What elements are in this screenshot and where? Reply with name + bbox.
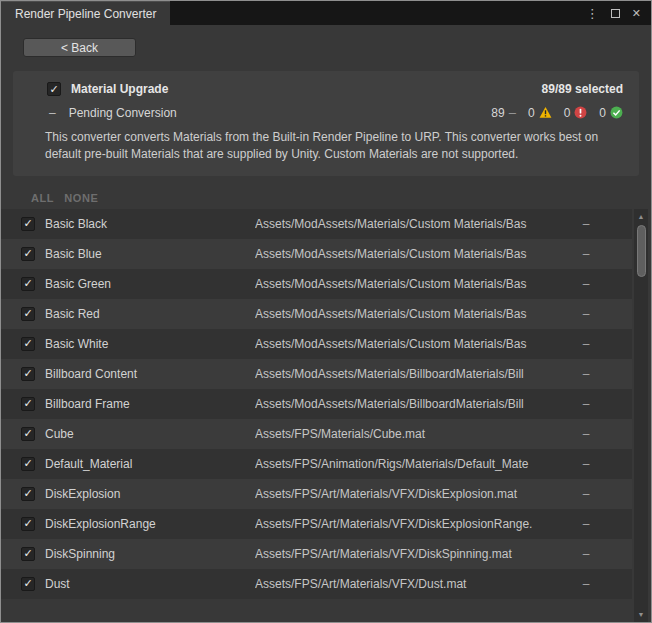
material-path: Assets/FPS/Materials/Cube.mat	[255, 427, 578, 441]
row-checkbox[interactable]: ✓	[21, 547, 35, 561]
scrollbar-thumb[interactable]	[637, 225, 646, 277]
window-content: < Back ✓ Material Upgrade 89/89 selected…	[1, 25, 651, 622]
material-name: Basic White	[45, 337, 255, 351]
row-status-icon: –	[578, 367, 594, 381]
success-icon	[610, 106, 623, 119]
maximize-icon[interactable]	[611, 9, 620, 18]
row-checkbox[interactable]: ✓	[21, 307, 35, 321]
titlebar: Render Pipeline Converter ⋮ ✕	[1, 1, 651, 25]
check-icon: ✓	[23, 218, 32, 229]
table-row[interactable]: ✓ Billboard Content Assets/ModAssets/Mat…	[1, 359, 632, 389]
material-name: Basic Black	[45, 217, 255, 231]
row-status-icon: –	[578, 277, 594, 291]
row-checkbox[interactable]: ✓	[21, 517, 35, 531]
material-name: DiskExplosionRange	[45, 517, 255, 531]
row-checkbox[interactable]: ✓	[21, 397, 35, 411]
row-status-icon: –	[578, 307, 594, 321]
table-row[interactable]: ✓ Basic White Assets/ModAssets/Materials…	[1, 329, 632, 359]
check-icon: ✓	[23, 338, 32, 349]
row-status-icon: –	[578, 397, 594, 411]
table-row[interactable]: ✓ DiskExplosion Assets/FPS/Art/Materials…	[1, 479, 632, 509]
window-menu-icon[interactable]: ⋮	[586, 6, 599, 21]
material-path: Assets/FPS/Art/Materials/VFX/Dust.mat	[255, 577, 578, 591]
row-status-icon: –	[578, 487, 594, 501]
table-row[interactable]: ✓ Basic Black Assets/ModAssets/Materials…	[1, 209, 632, 239]
table-row[interactable]: ✓ DiskExplosionRange Assets/FPS/Art/Mate…	[1, 509, 632, 539]
select-none-button[interactable]: NONE	[64, 192, 98, 204]
check-icon: ✓	[23, 278, 32, 289]
table-row[interactable]: ✓ DiskSpinning Assets/FPS/Art/Materials/…	[1, 539, 632, 569]
converter-checkbox[interactable]: ✓	[47, 82, 61, 96]
select-all-button[interactable]: ALL	[31, 192, 54, 204]
row-status-icon: –	[578, 457, 594, 471]
material-path: Assets/ModAssets/Materials/Custom Materi…	[255, 247, 578, 261]
back-button[interactable]: < Back	[23, 38, 136, 57]
table-row[interactable]: ✓ Billboard Frame Assets/ModAssets/Mater…	[1, 389, 632, 419]
row-checkbox[interactable]: ✓	[21, 337, 35, 351]
table-row[interactable]: ✓ Basic Blue Assets/ModAssets/Materials/…	[1, 239, 632, 269]
row-checkbox[interactable]: ✓	[21, 247, 35, 261]
material-name: Cube	[45, 427, 255, 441]
row-checkbox[interactable]: ✓	[21, 427, 35, 441]
row-status-icon: –	[578, 247, 594, 261]
warning-icon	[539, 106, 552, 119]
pending-dash-icon: –	[49, 106, 56, 120]
check-icon: ✓	[23, 578, 32, 589]
table-row[interactable]: ✓ Dust Assets/FPS/Art/Materials/VFX/Dust…	[1, 569, 632, 599]
scroll-down-icon[interactable]: ▼	[638, 609, 645, 620]
selected-count: 89/89 selected	[542, 82, 623, 96]
material-path: Assets/ModAssets/Materials/Custom Materi…	[255, 277, 578, 291]
scroll-up-icon[interactable]: ▲	[638, 211, 645, 222]
row-checkbox[interactable]: ✓	[21, 577, 35, 591]
row-status-icon: –	[578, 547, 594, 561]
material-name: DiskSpinning	[45, 547, 255, 561]
row-checkbox[interactable]: ✓	[21, 277, 35, 291]
material-path: Assets/FPS/Art/Materials/VFX/DiskExplosi…	[255, 487, 578, 501]
error-icon	[574, 106, 587, 119]
material-path: Assets/ModAssets/Materials/Custom Materi…	[255, 217, 578, 231]
row-checkbox[interactable]: ✓	[21, 487, 35, 501]
converter-panel: ✓ Material Upgrade 89/89 selected – Pend…	[13, 71, 639, 176]
check-icon: ✓	[49, 84, 58, 95]
close-icon[interactable]: ✕	[632, 7, 641, 20]
pending-status-icon: –	[509, 105, 516, 120]
check-icon: ✓	[23, 248, 32, 259]
table-row[interactable]: ✓ Default_Material Assets/FPS/Animation/…	[1, 449, 632, 479]
material-path: Assets/ModAssets/Materials/Custom Materi…	[255, 337, 578, 351]
render-pipeline-converter-window: Render Pipeline Converter ⋮ ✕ < Back ✓ M…	[0, 0, 652, 623]
window-tab[interactable]: Render Pipeline Converter	[1, 1, 170, 25]
check-icon: ✓	[23, 398, 32, 409]
material-name: Basic Green	[45, 277, 255, 291]
material-name: Basic Red	[45, 307, 255, 321]
material-name: Billboard Content	[45, 367, 255, 381]
material-name: Basic Blue	[45, 247, 255, 261]
window-tab-title: Render Pipeline Converter	[15, 7, 156, 21]
check-icon: ✓	[23, 368, 32, 379]
error-count: 0	[564, 106, 571, 120]
check-icon: ✓	[23, 488, 32, 499]
check-icon: ✓	[23, 308, 32, 319]
table-row[interactable]: ✓ Basic Red Assets/ModAssets/Materials/C…	[1, 299, 632, 329]
warning-count: 0	[528, 106, 535, 120]
material-path: Assets/ModAssets/Materials/BillboardMate…	[255, 367, 578, 381]
material-path: Assets/FPS/Art/Materials/VFX/DiskExplosi…	[255, 517, 578, 531]
row-status-icon: –	[578, 577, 594, 591]
material-name: Billboard Frame	[45, 397, 255, 411]
row-checkbox[interactable]: ✓	[21, 367, 35, 381]
table-row[interactable]: ✓ Basic Green Assets/ModAssets/Materials…	[1, 269, 632, 299]
material-path: Assets/FPS/Animation/Rigs/Materials/Defa…	[255, 457, 578, 471]
vertical-scrollbar[interactable]: ▲ ▼	[634, 209, 648, 622]
table-row[interactable]: ✓ Cube Assets/FPS/Materials/Cube.mat –	[1, 419, 632, 449]
pending-count: 89	[491, 106, 504, 120]
material-path: Assets/FPS/Art/Materials/VFX/DiskSpinnin…	[255, 547, 578, 561]
material-list: ✓ Basic Black Assets/ModAssets/Materials…	[1, 209, 651, 622]
material-path: Assets/ModAssets/Materials/Custom Materi…	[255, 307, 578, 321]
row-checkbox[interactable]: ✓	[21, 457, 35, 471]
row-checkbox[interactable]: ✓	[21, 217, 35, 231]
titlebar-spacer	[170, 1, 585, 25]
material-name: DiskExplosion	[45, 487, 255, 501]
pending-conversion-label: Pending Conversion	[69, 106, 177, 120]
row-status-icon: –	[578, 337, 594, 351]
check-icon: ✓	[23, 458, 32, 469]
status-counts: 89 – 0 0	[491, 105, 623, 120]
